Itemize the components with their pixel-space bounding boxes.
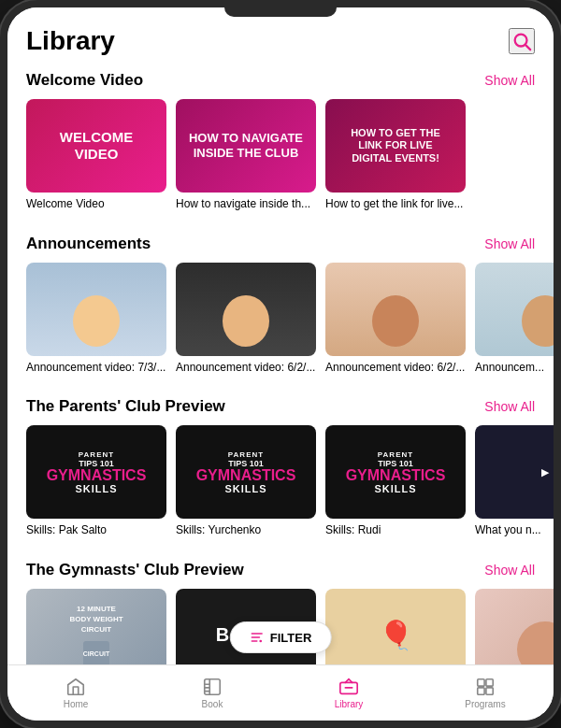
section-parents-club: The Parents' Club Preview Show All PAREN… bbox=[7, 390, 554, 553]
screen: Library Welcome Video Show All bbox=[7, 7, 554, 721]
svg-line-1 bbox=[525, 45, 530, 50]
video-thumbnail: HOW TO NAVIGATEINSIDE THE CLUB bbox=[176, 99, 316, 193]
section-title-gymnasts-club: The Gymnasts' Club Preview bbox=[26, 561, 244, 579]
video-card[interactable]: Announcement video: 7/3/... bbox=[26, 263, 166, 376]
video-thumbnail: WELCOMEVIDEO bbox=[26, 99, 166, 193]
nav-label-home: Home bbox=[64, 699, 89, 709]
video-row-parents-club: PARENT TIPS 101 GYMNASTICS SKILLS Skills… bbox=[7, 425, 554, 538]
show-all-announcements[interactable]: Show All bbox=[484, 236, 535, 251]
svg-rect-14 bbox=[486, 679, 493, 686]
nav-label-book: Book bbox=[202, 699, 223, 709]
section-announcements: Announcements Show All Announcement vide… bbox=[7, 227, 554, 391]
video-thumbnail: PARENT TIPS 101 GYMNASTICS SKILLS bbox=[325, 425, 466, 519]
video-thumbnail: ▶ bbox=[475, 425, 554, 519]
video-thumbnail bbox=[26, 263, 166, 356]
filter-button[interactable]: FILTER bbox=[230, 621, 332, 653]
programs-icon bbox=[475, 677, 496, 697]
video-card[interactable]: Announcement video: 6/2/... bbox=[176, 263, 316, 376]
section-header-welcome: Welcome Video Show All bbox=[7, 64, 554, 99]
video-card[interactable]: PARENT TIPS 101 GYMNASTICS SKILLS Skills… bbox=[26, 425, 166, 538]
video-thumbnail bbox=[176, 263, 316, 356]
video-label: Announcem... bbox=[475, 361, 554, 376]
video-thumbnail: PARENT TIPS 101 GYMNASTICS SKILLS bbox=[176, 425, 316, 519]
video-label: Announcement video: 6/2/... bbox=[176, 361, 316, 376]
show-all-parents-club[interactable]: Show All bbox=[484, 399, 535, 414]
video-card[interactable]: WELCOMEVIDEO Welcome Video bbox=[26, 99, 166, 212]
section-title-parents-club: The Parents' Club Preview bbox=[26, 397, 225, 416]
video-label: What you n... bbox=[475, 523, 554, 538]
nav-label-programs: Programs bbox=[465, 699, 505, 709]
video-label: Announcement video: 7/3/... bbox=[26, 361, 166, 376]
home-icon bbox=[65, 677, 86, 697]
device-frame: Library Welcome Video Show All bbox=[0, 0, 561, 728]
svg-rect-15 bbox=[478, 688, 484, 694]
device-notch bbox=[224, 7, 337, 17]
video-card[interactable]: ▶ What you n... bbox=[475, 425, 554, 538]
svg-point-5 bbox=[259, 640, 262, 643]
video-label: Skills: Yurchenko bbox=[176, 523, 316, 538]
video-card[interactable]: Announcement video: 6/2/... bbox=[325, 263, 466, 376]
video-label: How to navigate inside th... bbox=[176, 197, 316, 212]
video-label: Announcement video: 6/2/... bbox=[325, 361, 466, 376]
video-row-announcements: Announcement video: 7/3/... Announcement… bbox=[7, 263, 554, 376]
svg-rect-16 bbox=[486, 688, 493, 694]
video-thumbnail bbox=[325, 263, 466, 356]
show-all-welcome[interactable]: Show All bbox=[484, 73, 535, 88]
video-thumbnail: 6min bbox=[475, 263, 554, 356]
bottom-nav: Home Book bbox=[7, 664, 554, 721]
page-title: Library bbox=[26, 26, 115, 56]
svg-rect-6 bbox=[205, 679, 221, 695]
section-title-announcements: Announcements bbox=[26, 235, 151, 253]
section-title-welcome: Welcome Video bbox=[26, 71, 143, 90]
filter-label: FILTER bbox=[270, 631, 312, 645]
video-label: Welcome Video bbox=[26, 197, 166, 212]
video-card[interactable]: HOW TO GET THELINK FOR LIVEDIGITAL EVENT… bbox=[325, 99, 466, 212]
video-thumbnail: PARENT TIPS 101 GYMNASTICS SKILLS bbox=[26, 425, 166, 519]
nav-item-home[interactable]: Home bbox=[7, 677, 144, 709]
book-icon bbox=[202, 677, 223, 697]
video-label: Skills: Rudi bbox=[325, 523, 466, 538]
video-label: How to get the link for live... bbox=[325, 197, 466, 212]
library-icon bbox=[338, 677, 359, 697]
nav-item-book[interactable]: Book bbox=[144, 677, 280, 709]
filter-icon bbox=[250, 630, 265, 645]
search-button[interactable] bbox=[509, 28, 535, 54]
video-card[interactable]: 6min Announcem... bbox=[475, 263, 554, 376]
video-thumbnail: HOW TO GET THELINK FOR LIVEDIGITAL EVENT… bbox=[325, 99, 466, 193]
section-header-gymnasts-club: The Gymnasts' Club Preview Show All bbox=[7, 553, 554, 589]
video-card[interactable]: PARENT TIPS 101 GYMNASTICS SKILLS Skills… bbox=[176, 425, 316, 538]
svg-rect-13 bbox=[478, 679, 484, 686]
section-header-parents-club: The Parents' Club Preview Show All bbox=[7, 390, 554, 425]
video-row-welcome: WELCOMEVIDEO Welcome Video HOW TO NAVIGA… bbox=[7, 99, 554, 212]
nav-label-library: Library bbox=[335, 699, 364, 709]
video-card[interactable]: PARENT TIPS 101 GYMNASTICS SKILLS Skills… bbox=[325, 425, 466, 538]
section-header-announcements: Announcements Show All bbox=[7, 227, 554, 263]
video-card[interactable]: HOW TO NAVIGATEINSIDE THE CLUB How to na… bbox=[176, 99, 316, 212]
search-icon bbox=[511, 31, 532, 51]
nav-item-programs[interactable]: Programs bbox=[417, 677, 554, 709]
video-label: Skills: Pak Salto bbox=[26, 523, 166, 538]
show-all-gymnasts-club[interactable]: Show All bbox=[484, 563, 535, 578]
section-welcome: Welcome Video Show All WELCOMEVIDEO Welc… bbox=[7, 64, 554, 227]
nav-item-library[interactable]: Library bbox=[280, 677, 417, 709]
